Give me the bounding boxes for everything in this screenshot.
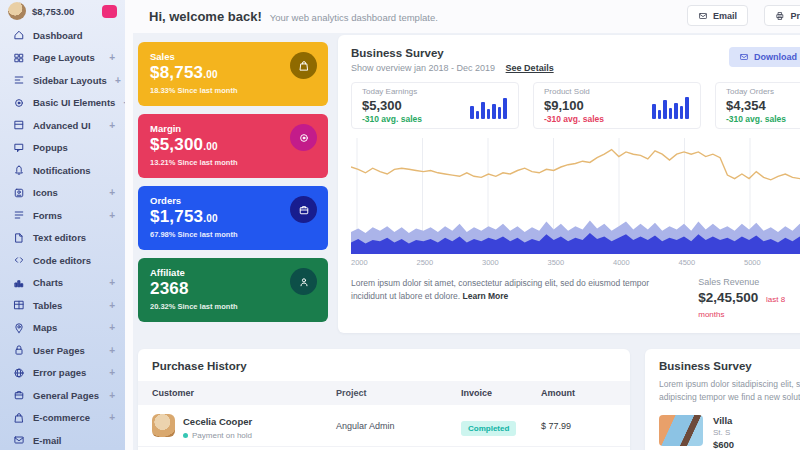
- sidebar-item-popups[interactable]: Popups: [0, 137, 125, 160]
- main-area: Hi, welcome back! Your web analytics das…: [125, 0, 800, 450]
- layers-icon: [13, 119, 25, 131]
- expand-icon[interactable]: +: [109, 277, 115, 288]
- sidebar-item-e-mail[interactable]: E-mail: [0, 429, 125, 450]
- project-cell: Angular Admin: [328, 405, 453, 447]
- sidebar-item-general-pages[interactable]: General Pages+: [0, 384, 125, 407]
- code-icon: [13, 254, 25, 266]
- expand-icon[interactable]: +: [109, 345, 115, 356]
- metric-card-margin[interactable]: Margin$5,300.0013.21% Since last month: [138, 114, 328, 178]
- sidebar-item-label: Text editors: [33, 232, 86, 243]
- x-tick-label: 2500: [417, 258, 434, 267]
- sidebar-item-label: E-commerce: [33, 412, 90, 423]
- sidebar-item-label: Basic UI Elements: [33, 97, 115, 108]
- listing-location: St. S: [713, 428, 734, 437]
- card-title: Business Survey: [351, 47, 554, 59]
- home-icon: [13, 29, 25, 41]
- sidebar-item-forms[interactable]: Forms+: [0, 204, 125, 227]
- listing-item[interactable]: Villa St. S $600: [659, 415, 800, 450]
- metric-card-affiliate[interactable]: Affiliate236820.32% Since last month: [138, 258, 328, 322]
- sidebar-item-label: Popups: [33, 142, 68, 153]
- expand-icon[interactable]: +: [109, 52, 115, 63]
- expand-icon[interactable]: +: [109, 300, 115, 311]
- sidebar-item-label: Advanced UI: [33, 120, 91, 131]
- listing-thumbnail: [659, 415, 703, 446]
- avatar: [8, 2, 26, 20]
- revenue-value: $2,45,500: [698, 290, 758, 305]
- sidebar-profile[interactable]: $8,753.00: [0, 0, 125, 24]
- shopping-bag-icon: [13, 412, 25, 424]
- notification-badge-button[interactable]: [102, 5, 117, 18]
- listing-name: Villa: [713, 415, 734, 426]
- person-icon: [290, 268, 317, 295]
- sidebar-item-e-commerce[interactable]: E-commerce+: [0, 407, 125, 430]
- sidebar-item-user-pages[interactable]: User Pages+: [0, 339, 125, 362]
- expand-icon[interactable]: +: [109, 367, 115, 378]
- popup-icon: [13, 142, 25, 154]
- table-row[interactable]: Victor WatkinsEmail verifiedAngular Admi…: [138, 447, 630, 450]
- metric-card-orders[interactable]: Orders$1,753.0067.98% Since last month: [138, 186, 328, 250]
- sidebar-item-label: User Pages: [33, 345, 85, 356]
- expand-icon[interactable]: +: [109, 390, 115, 401]
- expand-icon[interactable]: +: [109, 210, 115, 221]
- table-row[interactable]: Cecelia CooperPayment on holdAngular Adm…: [138, 405, 630, 447]
- file-icon: [13, 232, 25, 244]
- column-header-customer: Customer: [138, 381, 328, 405]
- sidebar-item-text-editors[interactable]: Text editors: [0, 227, 125, 250]
- purchase-history-table: CustomerProjectInvoiceAmount Cecelia Coo…: [138, 381, 630, 450]
- email-button[interactable]: Email: [687, 5, 748, 26]
- map-pin-icon: [13, 322, 25, 334]
- briefcase-icon: [13, 389, 25, 401]
- globe-icon: [13, 367, 25, 379]
- sidebar-item-label: Icons: [33, 187, 58, 198]
- sidebar-item-label: E-mail: [33, 435, 62, 446]
- sidebar-item-advanced-ui[interactable]: Advanced UI+: [0, 114, 125, 137]
- page-title: Hi, welcome back!: [149, 9, 262, 24]
- see-details-link[interactable]: See Details: [506, 63, 554, 73]
- expand-icon[interactable]: +: [109, 120, 115, 131]
- sidebar-item-error-pages[interactable]: Error pages+: [0, 362, 125, 385]
- sidebar-item-tables[interactable]: Tables+: [0, 294, 125, 317]
- sidebar-item-icons[interactable]: Icons+: [0, 182, 125, 205]
- customer-status: Payment on hold: [183, 431, 252, 440]
- sidebar-item-page-layouts[interactable]: Page Layouts+: [0, 47, 125, 70]
- stat-label: Today Earnings: [362, 87, 422, 96]
- grid-icon: [13, 52, 25, 64]
- sidebar-item-charts[interactable]: Charts+: [0, 272, 125, 295]
- download-button[interactable]: Download: [729, 47, 800, 67]
- metric-card-sales[interactable]: Sales$8,753.0018.33% Since last month: [138, 42, 328, 106]
- customer-avatar: [152, 414, 175, 437]
- metric-change: 18.33% Since last month: [150, 86, 316, 95]
- column-header-amount: Amount: [533, 381, 630, 405]
- expand-icon[interactable]: +: [109, 412, 115, 423]
- sidebar-item-label: Code editors: [33, 255, 91, 266]
- print-button[interactable]: Print: [764, 5, 800, 26]
- sidebar-item-maps[interactable]: Maps+: [0, 317, 125, 340]
- sidebar-item-code-editors[interactable]: Code editors: [0, 249, 125, 272]
- target-icon: [13, 97, 25, 109]
- expand-icon[interactable]: +: [109, 187, 115, 198]
- sidebar-item-basic-ui-elements[interactable]: Basic UI Elements+: [0, 92, 125, 115]
- shopping-bag-icon: [290, 52, 317, 79]
- sidebar-item-label: Notifications: [33, 165, 91, 176]
- expand-icon[interactable]: +: [115, 75, 121, 86]
- survey-small-text: Lorem ipsum dolor sitadipiscing elit, se…: [659, 378, 800, 404]
- sidebar-item-label: Charts: [33, 277, 63, 288]
- bell-icon: [13, 164, 25, 176]
- layout-icon: [13, 74, 25, 86]
- learn-more-link[interactable]: Learn More: [463, 291, 509, 301]
- sidebar-item-sidebar-layouts[interactable]: Sidebar Layouts+: [0, 69, 125, 92]
- sidebar-item-label: General Pages: [33, 390, 99, 401]
- listing-price: $600: [713, 439, 734, 450]
- sidebar-item-label: Sidebar Layouts: [33, 75, 107, 86]
- app-root: $8,753.00 DashboardPage Layouts+Sidebar …: [0, 0, 800, 450]
- table-header-row: CustomerProjectInvoiceAmount: [138, 381, 630, 405]
- card-title: Business Survey: [659, 360, 800, 372]
- sidebar-item-notifications[interactable]: Notifications: [0, 159, 125, 182]
- sidebar-item-dashboard[interactable]: Dashboard: [0, 24, 125, 47]
- badge-icon: [13, 187, 25, 199]
- mail-icon: [13, 434, 25, 446]
- sidebar-item-label: Maps: [33, 322, 57, 333]
- stat-today-earnings: Today Earnings$5,300-310 avg. sales: [351, 82, 519, 129]
- expand-icon[interactable]: +: [109, 322, 115, 333]
- sidebar-nav: DashboardPage Layouts+Sidebar Layouts+Ba…: [0, 24, 125, 450]
